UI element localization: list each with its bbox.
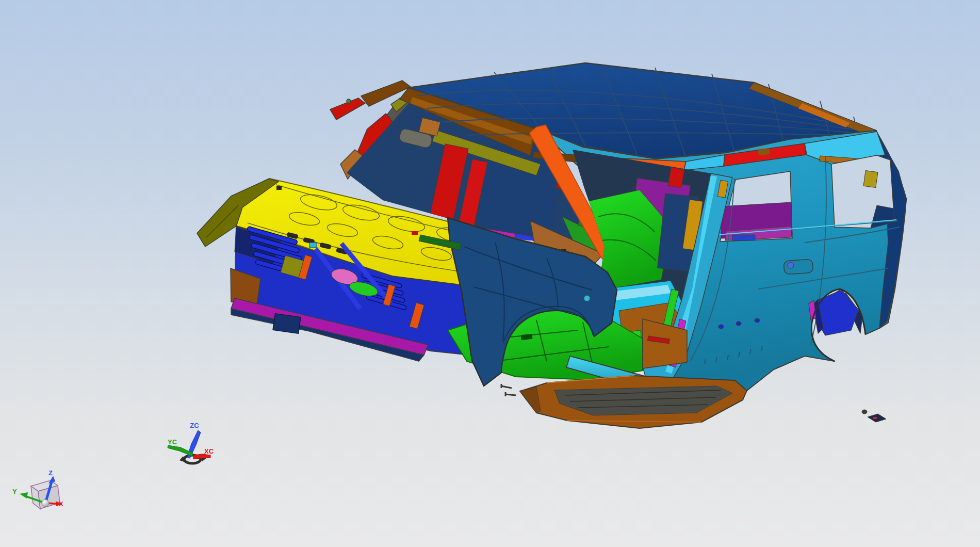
wcs-triad[interactable]: ZC YC XC xyxy=(168,422,214,463)
wcs-y-label: YC xyxy=(168,438,177,446)
cad-3d-view[interactable]: ZC YC XC Z Y X xyxy=(0,0,980,547)
world-y-label: Y xyxy=(12,488,17,495)
wcs-x-label: XC xyxy=(204,447,214,455)
debris-fragment[interactable] xyxy=(862,410,886,422)
world-triad[interactable]: Z Y X xyxy=(12,469,63,509)
car-body-model[interactable] xyxy=(197,63,906,428)
bumper-lower-box[interactable] xyxy=(273,314,301,334)
world-triad-origin[interactable] xyxy=(42,500,49,507)
rocker-pins xyxy=(501,384,516,396)
cad-viewport-background: ZC YC XC Z Y X xyxy=(0,0,980,547)
wcs-z-label: ZC xyxy=(190,422,199,429)
quarter-window[interactable] xyxy=(831,155,894,228)
world-z-label: Z xyxy=(48,469,53,477)
running-board[interactable] xyxy=(501,376,747,428)
world-x-label: X xyxy=(59,500,63,508)
